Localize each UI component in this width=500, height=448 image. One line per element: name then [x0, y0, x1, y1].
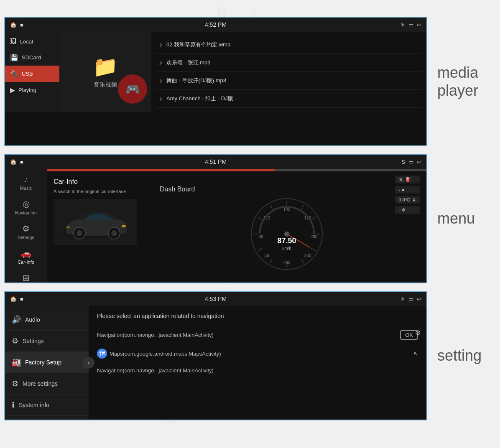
- sidebar-usb[interactable]: 🔌 USB: [5, 66, 59, 82]
- back-icon-2[interactable]: ↩: [417, 159, 421, 165]
- media-player-section: 🏠 ■ 4:52 PM ✳ ▭ ↩ 🖼 Local 💾: [4, 17, 496, 146]
- nav-option-1[interactable]: 🗺 Maps(com.google.android.maps.MapsActiv…: [97, 344, 418, 363]
- temp-icon: 🌡: [412, 197, 416, 202]
- menu-main-content: Car-Info A switch to the original car in…: [47, 169, 426, 283]
- car-image: [54, 199, 137, 245]
- media-player-screen: 🏠 ■ 4:52 PM ✳ ▭ ↩ 🖼 Local 💾: [4, 17, 427, 146]
- menu-section: 🏠 ■ 4:51 PM S ▭ ↩ ♪ Music ◎: [4, 154, 496, 283]
- sdcard-icon: 💾: [10, 53, 18, 61]
- sidebar-collapse-button[interactable]: ‹: [83, 357, 94, 369]
- menu-sidebar: ♪ Music ◎ Navigation ⚙ Settings 🚗 Car-In…: [5, 169, 47, 283]
- temp-value: 0.0°C: [398, 197, 410, 202]
- status-bar-1: 🏠 ■ 4:52 PM ✳ ▭ ↩: [5, 18, 426, 32]
- factory-label: Factory Setup: [25, 359, 61, 366]
- track-item-1[interactable]: ♪ 欢乐颂 - 张江.mp3: [156, 54, 422, 72]
- audio-icon: 🔊: [12, 315, 21, 324]
- status-right-3: ✳ ▭ ↩: [401, 296, 421, 302]
- battery-icon-1: ▭: [408, 22, 413, 28]
- extra-value: -: [398, 208, 400, 213]
- media-player-label: media player: [437, 64, 496, 99]
- media-content: 📁 音乐视频 🎮 ♪ 02 我和草原有个约定.wma ♪ 欢乐颂 - 张江.mp…: [59, 32, 426, 112]
- home-icon-3[interactable]: 🏠: [10, 296, 17, 302]
- maps-app-icon: 🗺: [97, 349, 107, 359]
- audio-label: Audio: [25, 316, 40, 323]
- track-item-3[interactable]: ♪ Amy Chanrich - 绅士 - DJ版...: [156, 90, 422, 108]
- nav-option-0[interactable]: Navigation(com.navngo. .javaclient.MainA…: [97, 326, 418, 344]
- fuel-stat: 0L ⛽: [395, 176, 420, 183]
- oil-stat: - ●: [395, 186, 420, 193]
- back-icon-3[interactable]: ↩: [417, 296, 421, 302]
- sidebar2-music[interactable]: ♪ Music: [5, 171, 47, 195]
- sidebar2-navigation[interactable]: ◎ Navigation: [5, 195, 47, 219]
- sidebar3-factory[interactable]: 🏭 Factory Setup: [5, 352, 89, 373]
- back-icon-1[interactable]: ↩: [417, 22, 421, 28]
- square-icon-3: ■: [20, 296, 23, 302]
- nav-icon: ◎: [23, 199, 30, 209]
- time-display-2: 4:51 PM: [205, 158, 227, 165]
- settings-icon: ⚙: [12, 336, 18, 346]
- battery-icon-3: ▭: [408, 296, 413, 302]
- status-right-2: S ▭ ↩: [401, 159, 421, 165]
- nav-option-label-0: Navigation(com.navngo. .javaclient.MainA…: [97, 332, 214, 338]
- sidebar-local[interactable]: 🖼 Local: [5, 33, 59, 49]
- car-info-subtitle: A switch to the original car interface: [54, 189, 140, 194]
- oil-value: -: [398, 187, 400, 192]
- more-icon: ⚙: [12, 379, 18, 388]
- svg-text:80: 80: [258, 234, 263, 239]
- menu-panels: Car-Info A switch to the original car in…: [47, 171, 426, 283]
- folder-label: 音乐视频: [94, 81, 117, 89]
- home-icon-1[interactable]: 🏠: [10, 22, 17, 28]
- settings-main-content: Please select an application related to …: [89, 306, 426, 419]
- home-icon-2[interactable]: 🏠: [10, 159, 17, 165]
- sidebar3-audio[interactable]: 🔊 Audio: [5, 309, 89, 331]
- nav-label: Navigation: [15, 210, 37, 215]
- status-left-3: 🏠 ■: [10, 296, 23, 302]
- fuel-value: 0L: [398, 177, 403, 182]
- menu-label: menu: [437, 209, 496, 227]
- dashboard-stats: 0L ⛽ - ● 0.0°C 🌡: [395, 176, 420, 214]
- svg-point-30: [284, 232, 289, 237]
- status-bar-2: 🏠 ■ 4:51 PM S ▭ ↩: [5, 155, 426, 169]
- settings-body: 🔊 Audio ⚙ Settings 🏭 Factory Setup ⚙ Mor…: [5, 306, 426, 419]
- local-label: Local: [20, 38, 33, 45]
- sysinfo-label: System info: [19, 402, 49, 408]
- speedometer: 140 170 200 230 260 50 80 110: [249, 196, 324, 272]
- nav-option-2[interactable]: Navigation(com.navngo. .javaclient.MainA…: [97, 363, 418, 378]
- usb-label: USB: [22, 71, 33, 77]
- more-label: More settings: [23, 380, 58, 387]
- cursor-icon: ↖: [413, 351, 418, 357]
- settings-label: Settings: [23, 338, 44, 344]
- local-icon: 🖼: [10, 38, 17, 45]
- sidebar2-apps[interactable]: ⊞ Apps: [5, 269, 47, 283]
- carinfo-nav-label: Car-Info: [18, 260, 34, 265]
- track-item-2[interactable]: ♪ 舞曲 - 手放开(DJ版).mp3: [156, 72, 422, 90]
- svg-text:140: 140: [283, 207, 291, 212]
- music-icon-2: ♪: [159, 77, 162, 84]
- square-icon-1: ■: [20, 22, 23, 28]
- track-title-0: 02 我和草原有个约定.wma: [166, 41, 230, 48]
- menu-body: ♪ Music ◎ Navigation ⚙ Settings 🚗 Car-In…: [5, 169, 426, 283]
- svg-text:260: 260: [283, 260, 291, 265]
- sidebar3-more[interactable]: ⚙ More settings: [5, 373, 89, 395]
- time-display-3: 4:53 PM: [205, 295, 227, 302]
- sdcard-label: SDCard: [22, 54, 41, 61]
- car-info-panel: Car-Info A switch to the original car in…: [47, 171, 147, 283]
- sidebar3-sysinfo[interactable]: ℹ System info: [5, 395, 89, 416]
- nav-selection-title: Please select an application related to …: [97, 313, 418, 319]
- sidebar-playing[interactable]: ▶ Playing: [5, 82, 59, 98]
- sysinfo-icon: ℹ: [12, 400, 15, 410]
- sidebar3-settings[interactable]: ⚙ Settings: [5, 331, 89, 352]
- factory-icon: 🏭: [12, 358, 21, 367]
- svg-point-6: [122, 225, 126, 227]
- track-item-0[interactable]: ♪ 02 我和草原有个约定.wma: [156, 36, 422, 54]
- sidebar-sdcard[interactable]: 💾 SDCard: [5, 49, 59, 66]
- speedometer-svg: 140 170 200 230 260 50 80 110: [249, 196, 324, 272]
- sidebar2-carinfo[interactable]: 🚗 Car-Info: [5, 244, 47, 269]
- ok-badge-0[interactable]: OK ⊘: [400, 330, 418, 340]
- status-right-1: ✳ ▭ ↩: [401, 22, 421, 28]
- svg-text:200: 200: [311, 234, 318, 239]
- track-title-2: 舞曲 - 手放开(DJ版).mp3: [166, 77, 226, 84]
- sidebar2-settings[interactable]: ⚙ Settings: [5, 219, 47, 244]
- music-icon-3: ♪: [159, 95, 162, 102]
- bluetooth-icon-1: ✳: [401, 22, 405, 28]
